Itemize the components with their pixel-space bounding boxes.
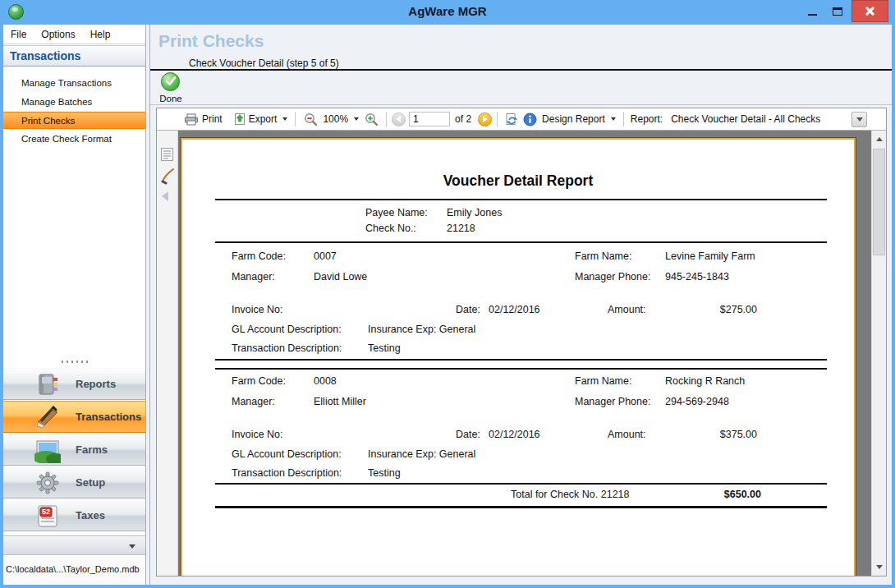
- gl-account-label: GL Account Description:: [232, 448, 342, 460]
- menu-bar: File Options Help: [3, 25, 145, 44]
- sidebar-item-print-checks[interactable]: Print Checks: [3, 112, 145, 129]
- print-button[interactable]: Print: [181, 110, 225, 128]
- taxes-badge-number: 52: [42, 508, 50, 516]
- main-area: Print Checks Done Check Voucher Detail (…: [150, 25, 892, 585]
- report-combo-button[interactable]: [851, 112, 867, 127]
- menu-options[interactable]: Options: [34, 25, 82, 44]
- report-title: Voucher Detail Report: [182, 172, 854, 190]
- amount-value: $375.00: [675, 429, 757, 440]
- nav-taxes-label: Taxes: [76, 509, 105, 521]
- invoice-label: Invoice No:: [232, 429, 283, 440]
- design-report-dropdown[interactable]: Design Report: [539, 110, 618, 128]
- amount-label: Amount:: [608, 304, 646, 315]
- farm-name-value: Rocking R Ranch: [665, 375, 745, 387]
- amount-value: $275.00: [675, 304, 757, 315]
- zoom-out-icon: [303, 113, 318, 126]
- title-divider: [150, 69, 892, 71]
- scroll-down-icon: [876, 565, 883, 569]
- sidebar-item-manage-transactions[interactable]: Manage Transactions: [3, 75, 145, 92]
- toolbar-separator: [386, 112, 387, 126]
- date-value: 02/12/2016: [489, 429, 540, 440]
- panel-splitter-grip[interactable]: [3, 356, 145, 366]
- page-number-input[interactable]: [409, 112, 450, 126]
- manager-value: Elliott Miller: [314, 396, 366, 407]
- report-toolbar: Print Export: [157, 108, 886, 131]
- sidebar-item-manage-batches[interactable]: Manage Batches: [3, 94, 145, 111]
- menu-help[interactable]: Help: [83, 25, 118, 44]
- farm-code-value: 0008: [314, 375, 337, 387]
- done-label: Done: [157, 94, 185, 103]
- nav-overflow-strip: [3, 535, 145, 555]
- design-report-caret-icon: [611, 117, 616, 121]
- gl-account-value: Insurance Exp: General: [368, 324, 475, 335]
- done-button[interactable]: Done: [157, 72, 188, 105]
- maximize-button[interactable]: [826, 0, 849, 22]
- nav-setup[interactable]: Setup: [3, 466, 145, 498]
- invoice-label: Invoice No:: [232, 304, 283, 315]
- gl-account-label: GL Account Description:: [232, 324, 342, 335]
- report-info-button[interactable]: [521, 110, 539, 128]
- annotation-pen-icon[interactable]: [160, 167, 175, 185]
- report-viewer: Voucher Detail Report Payee Name: Emily …: [178, 131, 871, 576]
- maximize-icon: [833, 7, 842, 16]
- printer-icon: [184, 113, 199, 126]
- gl-account-value: Insurance Exp: General: [368, 448, 475, 460]
- nav-transactions[interactable]: Transactions: [3, 401, 145, 433]
- design-report-label: Design Report: [542, 113, 605, 125]
- scroll-up-button[interactable]: [872, 132, 886, 146]
- zoom-in-button[interactable]: [361, 110, 381, 128]
- minimize-button[interactable]: [801, 0, 824, 22]
- farm-code-value: 0007: [314, 250, 337, 262]
- manager-phone-label: Manager Phone:: [575, 396, 650, 407]
- check-no-label: Check No.:: [365, 223, 416, 234]
- close-button[interactable]: [851, 0, 888, 22]
- page-setup-icon: [505, 113, 518, 126]
- report-rule: [215, 241, 827, 243]
- scroll-down-button[interactable]: [872, 560, 886, 574]
- export-label: Export: [249, 113, 278, 125]
- farm-name-label: Farm Name:: [575, 375, 631, 387]
- grip-dots-icon: [62, 361, 88, 363]
- report-panel: Print Export: [156, 108, 887, 577]
- database-path: C:\localdata\...\Taylor_Demo.mdb: [6, 564, 140, 574]
- window-title: AgWare MGR: [0, 0, 895, 23]
- header-divider: [150, 104, 892, 105]
- nav-reports-label: Reports: [76, 378, 116, 390]
- export-button[interactable]: Export: [232, 110, 291, 128]
- viewer-side-strip: [157, 131, 178, 576]
- menu-file[interactable]: File: [3, 25, 34, 44]
- setup-gear-icon: [34, 470, 61, 496]
- taxes-calendar-icon: 52: [34, 503, 61, 529]
- sidebar-item-create-check-format[interactable]: Create Check Format: [3, 131, 145, 148]
- nav-overflow-caret-icon[interactable]: [129, 544, 135, 549]
- app-body: File Options Help Transactions Manage Tr…: [3, 25, 892, 585]
- previous-page-button[interactable]: [392, 113, 406, 126]
- next-page-arrow-icon: [483, 116, 488, 122]
- zoom-caret-icon: [354, 117, 359, 121]
- transaction-desc-value: Testing: [368, 467, 401, 479]
- scrollbar-thumb[interactable]: [873, 149, 885, 255]
- next-page-button[interactable]: [478, 113, 492, 126]
- collapse-strip-icon[interactable]: [162, 191, 168, 201]
- farm-name-value: Levine Family Farm: [665, 250, 755, 262]
- amount-label: Amount:: [608, 429, 646, 440]
- checkmark-glyph: [165, 76, 177, 87]
- toolbar-separator: [295, 112, 296, 126]
- previous-page-arrow-icon: [396, 116, 401, 122]
- transaction-desc-value: Testing: [368, 342, 401, 354]
- date-value: 02/12/2016: [489, 304, 540, 315]
- manager-label: Manager:: [232, 396, 275, 407]
- nav-taxes[interactable]: 52 Taxes: [3, 499, 145, 531]
- page-setup-button[interactable]: [503, 110, 521, 128]
- nav-farms[interactable]: Farms: [3, 434, 145, 466]
- nav-reports[interactable]: Reports: [3, 368, 145, 400]
- page-title: Print Checks: [158, 31, 264, 51]
- export-caret-icon: [282, 117, 287, 121]
- page-count-label: of 2: [455, 113, 471, 125]
- document-map-icon[interactable]: [160, 147, 174, 162]
- scroll-up-icon: [876, 137, 883, 141]
- reports-book-icon: [34, 371, 61, 397]
- zoom-level-dropdown[interactable]: 100%: [320, 110, 361, 128]
- zoom-out-button[interactable]: [301, 110, 320, 128]
- vertical-scrollbar[interactable]: [871, 131, 886, 576]
